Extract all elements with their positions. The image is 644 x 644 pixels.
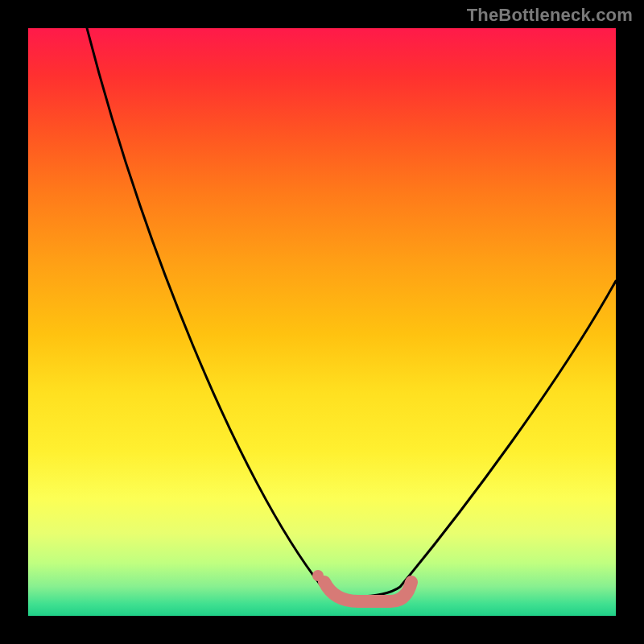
plateau-blob: [324, 582, 411, 601]
bottleneck-curve: [28, 28, 616, 616]
chart-frame: TheBottleneck.com: [0, 0, 644, 644]
watermark-text: TheBottleneck.com: [467, 5, 633, 26]
curve-path: [87, 28, 616, 597]
plateau-dot: [312, 570, 324, 581]
plot-area: [28, 28, 616, 616]
